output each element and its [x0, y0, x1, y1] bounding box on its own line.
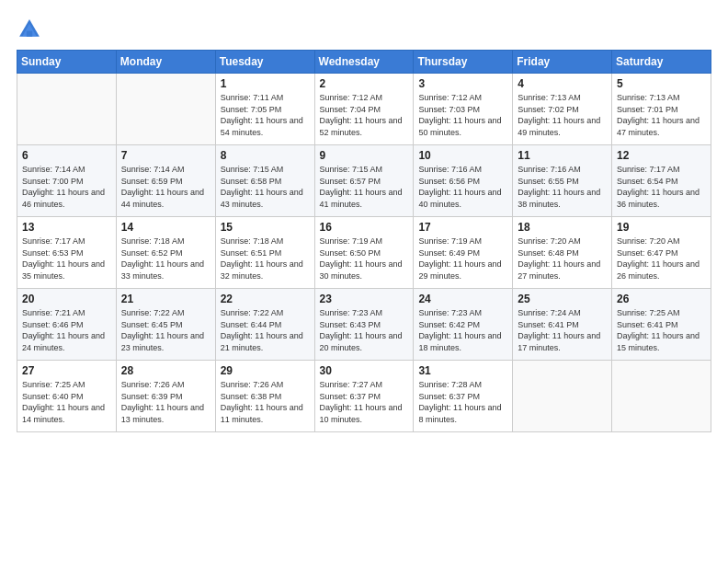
- week-row-2: 13Sunrise: 7:17 AM Sunset: 6:53 PM Dayli…: [17, 217, 711, 289]
- weekday-header-monday: Monday: [116, 51, 215, 74]
- cell-info: Sunrise: 7:12 AM Sunset: 7:04 PM Dayligh…: [320, 92, 409, 138]
- calendar-cell: 20Sunrise: 7:21 AM Sunset: 6:46 PM Dayli…: [17, 289, 117, 361]
- calendar-cell: 13Sunrise: 7:17 AM Sunset: 6:53 PM Dayli…: [17, 217, 117, 289]
- day-number: 1: [221, 77, 310, 90]
- day-number: 29: [221, 364, 310, 377]
- day-number: 5: [617, 77, 706, 90]
- calendar-cell: 7Sunrise: 7:14 AM Sunset: 6:59 PM Daylig…: [116, 145, 215, 217]
- calendar-cell: 11Sunrise: 7:16 AM Sunset: 6:55 PM Dayli…: [513, 145, 612, 217]
- cell-info: Sunrise: 7:15 AM Sunset: 6:57 PM Dayligh…: [320, 164, 409, 210]
- day-number: 8: [221, 149, 310, 162]
- calendar-cell: 28Sunrise: 7:26 AM Sunset: 6:39 PM Dayli…: [116, 361, 215, 432]
- day-number: 10: [418, 149, 507, 162]
- calendar-cell: 12Sunrise: 7:17 AM Sunset: 6:54 PM Dayli…: [612, 145, 711, 217]
- cell-info: Sunrise: 7:19 AM Sunset: 6:50 PM Dayligh…: [320, 236, 409, 282]
- cell-info: Sunrise: 7:21 AM Sunset: 6:46 PM Dayligh…: [22, 307, 111, 353]
- day-number: 6: [22, 149, 111, 162]
- calendar-cell: 29Sunrise: 7:26 AM Sunset: 6:38 PM Dayli…: [215, 361, 314, 432]
- cell-info: Sunrise: 7:28 AM Sunset: 6:37 PM Dayligh…: [418, 379, 507, 425]
- day-number: 25: [518, 293, 607, 305]
- calendar-cell: 18Sunrise: 7:20 AM Sunset: 6:48 PM Dayli…: [513, 217, 612, 289]
- calendar-header: SundayMondayTuesdayWednesdayThursdayFrid…: [17, 51, 711, 74]
- cell-info: Sunrise: 7:20 AM Sunset: 6:48 PM Dayligh…: [518, 236, 607, 282]
- page: SundayMondayTuesdayWednesdayThursdayFrid…: [0, 0, 728, 563]
- day-number: 19: [617, 221, 706, 234]
- day-number: 14: [121, 221, 210, 234]
- day-number: 18: [518, 221, 607, 234]
- calendar-cell: 30Sunrise: 7:27 AM Sunset: 6:37 PM Dayli…: [314, 361, 414, 432]
- day-number: 2: [320, 77, 409, 90]
- day-number: 27: [22, 364, 111, 377]
- calendar-cell: [17, 74, 117, 145]
- cell-info: Sunrise: 7:14 AM Sunset: 7:00 PM Dayligh…: [22, 164, 111, 210]
- cell-info: Sunrise: 7:26 AM Sunset: 6:38 PM Dayligh…: [221, 379, 310, 425]
- week-row-0: 1Sunrise: 7:11 AM Sunset: 7:05 PM Daylig…: [17, 74, 711, 145]
- weekday-row: SundayMondayTuesdayWednesdayThursdayFrid…: [17, 51, 711, 74]
- day-number: 26: [617, 293, 706, 305]
- calendar-cell: 31Sunrise: 7:28 AM Sunset: 6:37 PM Dayli…: [414, 361, 513, 432]
- day-number: 7: [121, 149, 210, 162]
- day-number: 16: [320, 221, 409, 234]
- cell-info: Sunrise: 7:25 AM Sunset: 6:41 PM Dayligh…: [617, 307, 706, 353]
- day-number: 13: [22, 221, 111, 234]
- calendar-cell: 19Sunrise: 7:20 AM Sunset: 6:47 PM Dayli…: [612, 217, 711, 289]
- cell-info: Sunrise: 7:12 AM Sunset: 7:03 PM Dayligh…: [418, 92, 507, 138]
- calendar-body: 1Sunrise: 7:11 AM Sunset: 7:05 PM Daylig…: [17, 74, 711, 432]
- logo-icon: [17, 17, 42, 42]
- cell-info: Sunrise: 7:18 AM Sunset: 6:52 PM Dayligh…: [121, 236, 210, 282]
- cell-info: Sunrise: 7:22 AM Sunset: 6:44 PM Dayligh…: [221, 307, 310, 353]
- day-number: 3: [418, 77, 507, 90]
- week-row-4: 27Sunrise: 7:25 AM Sunset: 6:40 PM Dayli…: [17, 361, 711, 432]
- calendar-cell: 1Sunrise: 7:11 AM Sunset: 7:05 PM Daylig…: [215, 74, 314, 145]
- day-number: 24: [418, 293, 507, 305]
- day-number: 17: [418, 221, 507, 234]
- day-number: 12: [617, 149, 706, 162]
- cell-info: Sunrise: 7:17 AM Sunset: 6:54 PM Dayligh…: [617, 164, 706, 210]
- cell-info: Sunrise: 7:16 AM Sunset: 6:55 PM Dayligh…: [518, 164, 607, 210]
- cell-info: Sunrise: 7:13 AM Sunset: 7:01 PM Dayligh…: [617, 92, 706, 138]
- cell-info: Sunrise: 7:18 AM Sunset: 6:51 PM Dayligh…: [221, 236, 310, 282]
- calendar-cell: 17Sunrise: 7:19 AM Sunset: 6:49 PM Dayli…: [414, 217, 513, 289]
- calendar-cell: 23Sunrise: 7:23 AM Sunset: 6:43 PM Dayli…: [314, 289, 414, 361]
- svg-rect-2: [27, 31, 32, 37]
- cell-info: Sunrise: 7:22 AM Sunset: 6:45 PM Dayligh…: [121, 307, 210, 353]
- week-row-3: 20Sunrise: 7:21 AM Sunset: 6:46 PM Dayli…: [17, 289, 711, 361]
- calendar-cell: 6Sunrise: 7:14 AM Sunset: 7:00 PM Daylig…: [17, 145, 117, 217]
- calendar-cell: 27Sunrise: 7:25 AM Sunset: 6:40 PM Dayli…: [17, 361, 117, 432]
- cell-info: Sunrise: 7:19 AM Sunset: 6:49 PM Dayligh…: [418, 236, 507, 282]
- weekday-header-friday: Friday: [513, 51, 612, 74]
- calendar-cell: 8Sunrise: 7:15 AM Sunset: 6:58 PM Daylig…: [215, 145, 314, 217]
- day-number: 9: [320, 149, 409, 162]
- calendar-cell: 25Sunrise: 7:24 AM Sunset: 6:41 PM Dayli…: [513, 289, 612, 361]
- calendar: SundayMondayTuesdayWednesdayThursdayFrid…: [17, 50, 711, 432]
- day-number: 4: [518, 77, 607, 90]
- weekday-header-saturday: Saturday: [612, 51, 711, 74]
- calendar-cell: 26Sunrise: 7:25 AM Sunset: 6:41 PM Dayli…: [612, 289, 711, 361]
- header: [17, 17, 711, 42]
- day-number: 22: [221, 293, 310, 305]
- calendar-cell: 3Sunrise: 7:12 AM Sunset: 7:03 PM Daylig…: [414, 74, 513, 145]
- cell-info: Sunrise: 7:24 AM Sunset: 6:41 PM Dayligh…: [518, 307, 607, 353]
- weekday-header-thursday: Thursday: [414, 51, 513, 74]
- cell-info: Sunrise: 7:23 AM Sunset: 6:42 PM Dayligh…: [418, 307, 507, 353]
- week-row-1: 6Sunrise: 7:14 AM Sunset: 7:00 PM Daylig…: [17, 145, 711, 217]
- day-number: 11: [518, 149, 607, 162]
- cell-info: Sunrise: 7:16 AM Sunset: 6:56 PM Dayligh…: [418, 164, 507, 210]
- cell-info: Sunrise: 7:14 AM Sunset: 6:59 PM Dayligh…: [121, 164, 210, 210]
- calendar-cell: 2Sunrise: 7:12 AM Sunset: 7:04 PM Daylig…: [314, 74, 414, 145]
- day-number: 21: [121, 293, 210, 305]
- weekday-header-wednesday: Wednesday: [314, 51, 414, 74]
- cell-info: Sunrise: 7:23 AM Sunset: 6:43 PM Dayligh…: [320, 307, 409, 353]
- calendar-cell: [612, 361, 711, 432]
- cell-info: Sunrise: 7:17 AM Sunset: 6:53 PM Dayligh…: [22, 236, 111, 282]
- cell-info: Sunrise: 7:20 AM Sunset: 6:47 PM Dayligh…: [617, 236, 706, 282]
- cell-info: Sunrise: 7:15 AM Sunset: 6:58 PM Dayligh…: [221, 164, 310, 210]
- weekday-header-sunday: Sunday: [17, 51, 117, 74]
- day-number: 31: [418, 364, 507, 377]
- cell-info: Sunrise: 7:27 AM Sunset: 6:37 PM Dayligh…: [320, 379, 409, 425]
- calendar-cell: 16Sunrise: 7:19 AM Sunset: 6:50 PM Dayli…: [314, 217, 414, 289]
- calendar-cell: 9Sunrise: 7:15 AM Sunset: 6:57 PM Daylig…: [314, 145, 414, 217]
- calendar-cell: 14Sunrise: 7:18 AM Sunset: 6:52 PM Dayli…: [116, 217, 215, 289]
- cell-info: Sunrise: 7:26 AM Sunset: 6:39 PM Dayligh…: [121, 379, 210, 425]
- calendar-cell: 10Sunrise: 7:16 AM Sunset: 6:56 PM Dayli…: [414, 145, 513, 217]
